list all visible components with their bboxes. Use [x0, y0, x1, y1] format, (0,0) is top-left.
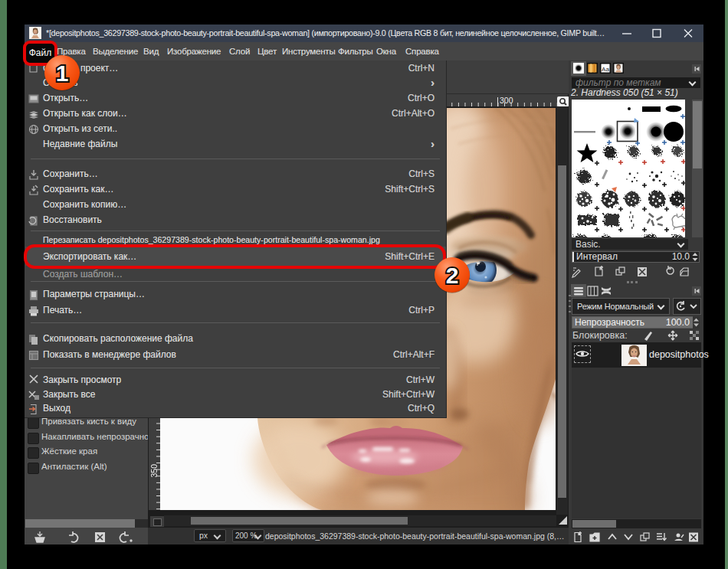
svg-text:2: 2: [446, 263, 459, 288]
svg-text:1: 1: [56, 60, 69, 86]
svg-text:Aa: Aa: [602, 66, 609, 73]
